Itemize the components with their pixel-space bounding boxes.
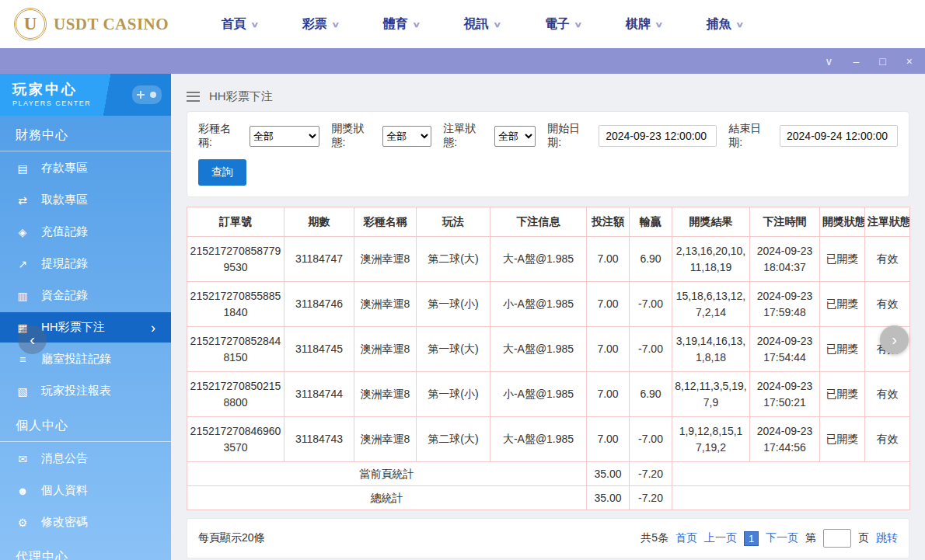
cell-period: 31184746 [284, 282, 354, 327]
sidebar-item-label: 消息公告 [41, 451, 88, 466]
per-page-label: 每頁顯示20條 [198, 531, 265, 545]
cell-play-type: 第一球(大) [417, 327, 490, 372]
sidebar-item[interactable]: ☻ 個人資料 › [0, 475, 171, 506]
sidebar-item-label: 取款專區 [41, 193, 88, 207]
window-minimize-icon[interactable]: – [853, 56, 860, 67]
cell-bet-status: 有效 [865, 237, 910, 282]
sidebar-item-label: 廳室投註記錄 [41, 352, 111, 367]
prev-page-link[interactable]: 上一页 [704, 531, 737, 545]
lottery-name-select[interactable]: 全部 [250, 126, 319, 147]
column-header: 注單狀態 [865, 207, 910, 237]
logo[interactable]: U USDT CASINO [14, 8, 199, 40]
cell-bet-amount: 7.00 [587, 282, 630, 327]
total-summary-label: 總統計 [187, 486, 587, 510]
current-page[interactable]: 1 [744, 531, 759, 546]
start-date-label: 開始日期: [547, 122, 593, 150]
page-summary-empty [672, 462, 910, 486]
table-row: 2152172708587799530 31184747 澳洲幸運8 第二球(大… [187, 237, 910, 282]
column-header: 開獎狀態 [820, 207, 865, 237]
nav-item-label: 視訊 [464, 16, 489, 33]
sidebar-item[interactable]: ✉ 消息公告 › [0, 443, 171, 474]
cell-play-type: 第一球(小) [417, 372, 490, 417]
search-button[interactable]: 查詢 [198, 159, 246, 186]
menu-icon[interactable] [187, 92, 200, 102]
first-page-link[interactable]: 首页 [675, 531, 697, 545]
cell-draw-result: 3,19,14,16,13,1,8,18 [672, 327, 750, 372]
window-collapse-icon[interactable]: ∨ [825, 56, 832, 67]
jump-link[interactable]: 跳转 [876, 531, 898, 545]
column-header: 訂單號 [187, 207, 284, 237]
next-page-link[interactable]: 下一页 [766, 531, 798, 545]
page-summary-row: 當前頁統計 35.00 -7.20 [187, 462, 910, 486]
cell-bet-info: 大-A盤@1.985 [490, 417, 587, 462]
nav-item[interactable]: 首頁 ∨ [199, 16, 280, 33]
main-content: HH彩票下注 彩種名稱: 全部 開獎狀態: 全部 注單狀態: 全部 開始日期: … [171, 74, 925, 560]
column-header: 開獎結果 [672, 207, 750, 237]
table-row: 2152172708558851840 31184746 澳洲幸運8 第一球(小… [187, 282, 910, 327]
cell-order-no: 2152172708587799530 [187, 237, 284, 282]
sidebar-item[interactable]: ▥ 資金記錄 › [0, 280, 171, 311]
column-header: 投注額 [587, 207, 630, 237]
sidebar-item-icon: ▥ [16, 290, 30, 302]
logo-icon: U [14, 8, 47, 40]
cell-bet-amount: 7.00 [587, 327, 630, 372]
cell-play-type: 第二球(大) [417, 417, 490, 462]
sidebar-item-label: 個人資料 [41, 483, 88, 498]
nav-item-label: 棋牌 [626, 16, 651, 33]
chevron-right-icon: › [151, 321, 155, 335]
page-summary-winloss: -7.20 [630, 462, 672, 486]
cell-bet-amount: 7.00 [587, 372, 630, 417]
cell-lottery-name: 澳洲幸運8 [354, 282, 417, 327]
cell-lottery-name: 澳洲幸運8 [354, 327, 417, 372]
nav-item[interactable]: 電子 ∨ [522, 16, 603, 33]
section-agent-center: 代理中心 [0, 537, 171, 560]
sidebar-item[interactable]: ▧ 玩家投注報表 › [0, 376, 171, 406]
sidebar-item-label: 玩家投注報表 [41, 384, 111, 398]
page-jump-input[interactable] [823, 529, 851, 548]
draw-status-select[interactable]: 全部 [382, 126, 431, 147]
nav-item[interactable]: 捕魚 ∨ [684, 16, 765, 33]
cell-lottery-name: 澳洲幸運8 [354, 237, 417, 282]
end-date-input[interactable] [780, 125, 898, 147]
column-header: 期數 [284, 207, 354, 237]
column-header: 玩法 [417, 207, 490, 237]
window-maximize-icon[interactable]: □ [879, 56, 885, 67]
nav-item[interactable]: 棋牌 ∨ [603, 16, 684, 33]
sidebar-item-label: HH彩票下注 [41, 320, 105, 335]
page-summary-label: 當前頁統計 [187, 462, 587, 486]
nav-item-label: 體育 [383, 16, 408, 33]
collapse-left-button[interactable]: ‹ [18, 325, 47, 354]
cell-bet-amount: 7.00 [587, 417, 630, 462]
sidebar-item[interactable]: ◈ 充值記錄 › [0, 217, 171, 247]
sidebar-item[interactable]: ⇄ 取款專區 › [0, 185, 171, 215]
sidebar-item[interactable]: ⚙ 修改密碼 › [0, 507, 171, 537]
nav-item[interactable]: 體育 ∨ [361, 16, 442, 33]
bet-status-select[interactable]: 全部 [494, 126, 536, 147]
cell-win-loss: 6.90 [630, 372, 672, 417]
cell-draw-status: 已開獎 [820, 237, 865, 282]
nav-item[interactable]: 彩票 ∨ [280, 16, 361, 33]
cell-bet-info: 大-A盤@1.985 [490, 237, 587, 282]
filter-row: 彩種名稱: 全部 開獎狀態: 全部 注單狀態: 全部 開始日期: 結束日期: [198, 122, 898, 150]
cell-draw-status: 已開獎 [820, 372, 865, 417]
page-prefix-label: 第 [805, 531, 816, 545]
scroll-right-button[interactable]: › [880, 325, 909, 354]
table-row: 2152172708502158800 31184744 澳洲幸運8 第一球(小… [187, 372, 910, 417]
end-date-label: 結束日期: [728, 122, 774, 150]
sidebar-item-label: 修改密碼 [41, 515, 88, 530]
start-date-input[interactable] [599, 125, 717, 147]
window-close-icon[interactable]: × [906, 56, 913, 67]
cell-bet-info: 小-A盤@1.985 [490, 282, 587, 327]
cell-bet-time: 2024-09-23 17:50:21 [750, 372, 820, 417]
sidebar-item[interactable]: ▤ 存款專區 › [0, 153, 171, 183]
cell-bet-amount: 7.00 [587, 237, 630, 282]
nav-item[interactable]: 視訊 ∨ [442, 16, 522, 33]
sidebar-item[interactable]: ↗ 提現記錄 › [0, 249, 171, 279]
cell-draw-result: 15,18,6,13,12,7,2,14 [672, 282, 750, 327]
total-summary-row: 總統計 35.00 -7.20 [187, 486, 910, 510]
logo-initial: U [24, 14, 37, 34]
filter-panel: 彩種名稱: 全部 開獎狀態: 全部 注單狀態: 全部 開始日期: 結束日期: 查… [187, 111, 909, 197]
table-row: 2152172708528448150 31184745 澳洲幸運8 第一球(大… [187, 327, 910, 372]
chevron-down-icon: ∨ [654, 20, 663, 29]
sidebar-item-icon: ▧ [16, 385, 30, 398]
